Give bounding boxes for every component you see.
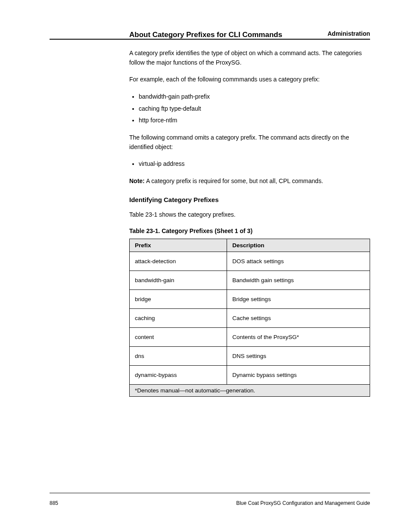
page-body: About Category Prefixes for CLI Commands… [0, 0, 411, 532]
paragraph-3: The following command omits a category p… [129, 133, 370, 152]
table-cell-description: Dynamic bypass settings [227, 365, 370, 384]
table-title: Table 23-1. Category Prefixes (Sheet 1 o… [129, 227, 370, 234]
table-row: content Contents of the ProxySG* [130, 327, 370, 346]
bullet-item: bandwidth-gain path-prefix [139, 92, 370, 102]
table-cell-prefix: dns [130, 346, 227, 365]
paragraph-2: For example, each of the following commm… [129, 75, 370, 84]
table-cell-prefix: bandwidth-gain [130, 271, 227, 289]
table-row: caching Cache settings [130, 308, 370, 327]
table-cell-description: DNS settings [227, 346, 370, 365]
page-number: 885 [50, 500, 58, 506]
table-cell-description: Contents of the ProxySG* [227, 327, 370, 346]
sub-section-title: Identifying Category Prefixes [129, 196, 370, 204]
note-text: A category prefix is required for some, … [146, 177, 323, 184]
bullet-item: http force-ntlm [139, 116, 370, 125]
table-cell-description: Cache settings [227, 308, 370, 327]
footer-doc-title: Blue Coat ProxySG Configuration and Mana… [236, 500, 370, 506]
table-cell-prefix: attack-detection [130, 252, 227, 271]
table-footnote: *Denotes manual—not automatic—generation… [130, 384, 370, 396]
footer-rule [50, 493, 370, 493]
table-cell-description: DOS attack settings [227, 252, 370, 271]
example-list-noprefix: virtual-ip address [129, 159, 370, 169]
paragraph-4: Table 23-1 shows the category prefixes. [129, 210, 370, 220]
table-row: attack-detection DOS attack settings [130, 252, 370, 271]
note-label: Note: [129, 177, 145, 184]
table-row: dns DNS settings [130, 346, 370, 365]
table-header-row: Prefix Description [130, 239, 370, 252]
table-cell-prefix: caching [130, 308, 227, 327]
table-header-prefix: Prefix [130, 239, 227, 252]
bullet-item: caching ftp type-default [139, 104, 370, 114]
table-wrapper: Table 23-1. Category Prefixes (Sheet 1 o… [129, 227, 370, 397]
example-list-prefixed: bandwidth-gain path-prefix caching ftp t… [129, 92, 370, 125]
paragraph-1: A category prefix identifies the type of… [129, 49, 370, 67]
table-header-description: Description [227, 239, 370, 252]
table-row: bandwidth-gain Bandwidth gain settings [130, 271, 370, 289]
section-title: About Category Prefixes for CLI Commands [129, 30, 370, 40]
bullet-item: virtual-ip address [139, 159, 370, 169]
note-paragraph: Note: A category prefix is required for … [129, 177, 370, 186]
table-footnote-row: *Denotes manual—not automatic—generation… [130, 384, 370, 396]
table-cell-prefix: content [130, 327, 227, 346]
prefix-table: Prefix Description attack-detection DOS … [129, 239, 370, 397]
table-row: dynamic-bypass Dynamic bypass settings [130, 365, 370, 384]
table-cell-description: Bridge settings [227, 289, 370, 308]
table-cell-prefix: bridge [130, 289, 227, 308]
table-cell-prefix: dynamic-bypass [130, 365, 227, 384]
table-row: bridge Bridge settings [130, 289, 370, 308]
table-cell-description: Bandwidth gain settings [227, 271, 370, 289]
